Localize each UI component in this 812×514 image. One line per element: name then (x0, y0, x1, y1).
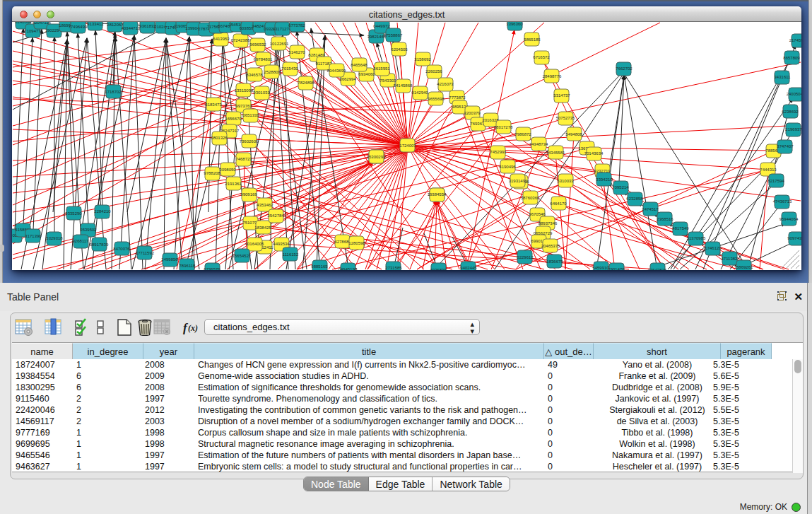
svg-text:24005045: 24005045 (787, 92, 801, 96)
svg-text:5314737: 5314737 (553, 93, 570, 98)
svg-text:7986872: 7986872 (514, 132, 531, 136)
svg-text:58760366: 58760366 (521, 196, 540, 200)
svg-text:87558867: 87558867 (384, 33, 403, 37)
svg-text:2284210: 2284210 (94, 209, 111, 214)
svg-text:1116152: 1116152 (283, 252, 299, 257)
svg-text:6736576: 6736576 (204, 267, 220, 270)
svg-text:40344713: 40344713 (122, 26, 141, 30)
svg-text:5329318: 5329318 (46, 236, 63, 240)
svg-text:2499856: 2499856 (161, 257, 178, 262)
svg-text:6204505: 6204505 (391, 47, 408, 52)
svg-text:3662994: 3662994 (339, 77, 356, 81)
svg-text:4493534: 4493534 (273, 242, 290, 246)
svg-text:2191361: 2191361 (225, 182, 242, 186)
svg-text:7824896: 7824896 (298, 81, 314, 85)
svg-text:0268117: 0268117 (73, 239, 90, 243)
svg-text:7468723: 7468723 (235, 157, 252, 161)
svg-text:9301031: 9301031 (253, 90, 270, 95)
svg-text:9097439: 9097439 (787, 236, 801, 240)
svg-text:9133412: 9133412 (87, 22, 104, 26)
svg-text:9885165: 9885165 (311, 264, 328, 269)
svg-text:2474517: 2474517 (642, 207, 659, 211)
svg-text:9335290: 9335290 (65, 211, 82, 216)
svg-text:6716572: 6716572 (533, 55, 550, 59)
svg-text:13315098: 13315098 (235, 88, 254, 93)
svg-text:15300293: 15300293 (367, 155, 386, 159)
svg-text:3158692: 3158692 (414, 57, 431, 62)
svg-text:1838425: 1838425 (254, 226, 271, 230)
svg-text:17711592: 17711592 (136, 251, 155, 255)
svg-text:2901476: 2901476 (608, 267, 625, 270)
svg-text:0142940: 0142940 (411, 90, 428, 95)
svg-text:08317278: 08317278 (494, 125, 513, 129)
svg-text:0229612: 0229612 (517, 255, 534, 259)
svg-text:1724007: 1724007 (399, 144, 416, 148)
svg-text:28498776: 28498776 (543, 74, 562, 78)
svg-text:7444313: 7444313 (760, 168, 777, 172)
svg-text:6232858: 6232858 (626, 197, 643, 201)
svg-text:9402445: 9402445 (460, 266, 477, 270)
svg-text:88937346: 88937346 (539, 221, 558, 226)
svg-text:8657809: 8657809 (783, 56, 800, 60)
svg-text:21745961: 21745961 (789, 38, 801, 42)
svg-text:5146270: 5146270 (288, 50, 305, 54)
svg-text:97643815: 97643815 (648, 268, 667, 270)
svg-text:70143634: 70143634 (584, 151, 604, 156)
svg-text:73602606: 73602606 (240, 139, 259, 144)
svg-text:67242388: 67242388 (231, 38, 250, 42)
svg-text:9909169: 9909169 (240, 192, 257, 197)
svg-text:6464170: 6464170 (550, 201, 567, 206)
svg-text:6238692: 6238692 (782, 110, 799, 114)
svg-text:5865185: 5865185 (524, 37, 541, 42)
svg-text:9973763: 9973763 (235, 104, 252, 108)
svg-text:4216073: 4216073 (437, 82, 454, 86)
svg-text:3394210: 3394210 (596, 177, 613, 182)
svg-text:4353462: 4353462 (257, 203, 273, 207)
svg-text:9696532: 9696532 (249, 42, 266, 47)
svg-text:2260256: 2260256 (425, 69, 442, 74)
svg-text:54145868: 54145868 (394, 83, 413, 88)
svg-text:7662702: 7662702 (616, 66, 632, 71)
svg-text:5494808: 5494808 (565, 132, 582, 136)
svg-text:7095214: 7095214 (612, 185, 629, 189)
svg-text:(x): (x) (188, 323, 198, 333)
svg-text:31931491: 31931491 (509, 179, 528, 183)
svg-text:6773782: 6773782 (288, 23, 305, 28)
svg-text:7109477: 7109477 (24, 29, 41, 33)
svg-text:15654527: 15654527 (233, 254, 252, 258)
svg-text:1656670: 1656670 (225, 117, 242, 121)
svg-text:1836675: 1836675 (546, 259, 563, 264)
svg-text:8470076: 8470076 (113, 247, 130, 251)
svg-text:1718702: 1718702 (105, 90, 122, 94)
svg-text:3098050: 3098050 (219, 168, 236, 172)
svg-text:0651333: 0651333 (242, 113, 259, 117)
svg-text:8217594: 8217594 (767, 179, 784, 183)
svg-text:74348734: 74348734 (529, 142, 548, 146)
svg-text:58917839: 58917839 (90, 243, 109, 247)
svg-text:9655698: 9655698 (428, 97, 445, 101)
svg-text:9670546: 9670546 (529, 212, 546, 216)
svg-text:1280598: 1280598 (348, 241, 365, 245)
svg-text:6934060: 6934060 (358, 72, 375, 76)
svg-text:4817549: 4817549 (672, 226, 689, 230)
svg-text:19384554: 19384554 (428, 192, 447, 197)
svg-text:4190496: 4190496 (499, 165, 516, 169)
svg-text:7896118: 7896118 (180, 264, 196, 268)
svg-text:3396360: 3396360 (506, 22, 523, 26)
svg-text:20465375: 20465375 (541, 244, 560, 248)
svg-text:47436713: 47436713 (773, 199, 792, 204)
svg-text:69784801: 69784801 (254, 57, 273, 62)
svg-text:0801326: 0801326 (211, 136, 228, 140)
svg-text:5459910: 5459910 (592, 266, 609, 270)
svg-text:3431611: 3431611 (775, 75, 792, 79)
svg-text:3542784: 3542784 (267, 214, 284, 218)
svg-text:9788208: 9788208 (204, 171, 220, 175)
svg-text:1746120: 1746120 (705, 246, 722, 250)
svg-text:2731585: 2731585 (385, 266, 402, 270)
svg-text:4936899: 4936899 (430, 268, 447, 270)
svg-text:5183473: 5183473 (205, 103, 222, 107)
svg-text:14345581: 14345581 (546, 151, 565, 155)
svg-text:4711382: 4711382 (722, 257, 739, 261)
svg-text:5615951: 5615951 (373, 66, 390, 71)
svg-text:0449972: 0449972 (373, 24, 390, 28)
